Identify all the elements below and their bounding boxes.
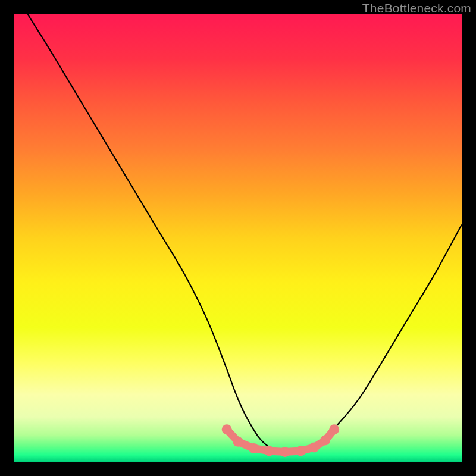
watermark-text: TheBottleneck.com	[362, 1, 471, 15]
chart-frame: TheBottleneck.com	[0, 0, 476, 476]
marker-point	[309, 442, 319, 452]
plot-area	[14, 14, 462, 462]
marker-point	[280, 447, 290, 457]
marker-point	[296, 446, 306, 456]
marker-point	[320, 435, 330, 445]
marker-point	[264, 446, 274, 456]
marker-point	[249, 443, 259, 453]
marker-point	[233, 437, 243, 447]
marker-point	[329, 424, 339, 434]
gradient-background	[14, 14, 462, 462]
plot-svg	[14, 14, 462, 462]
marker-point	[222, 424, 232, 434]
